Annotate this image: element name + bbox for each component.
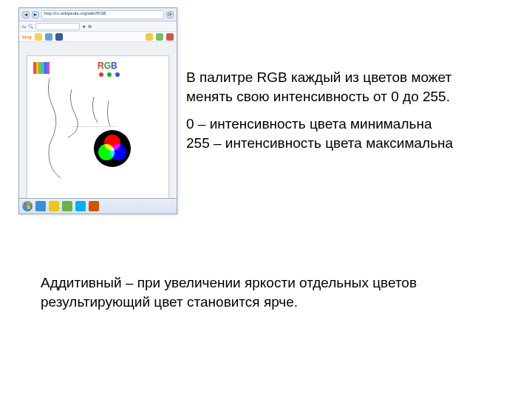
line-min: 0 – интенсивность цвета минимальна xyxy=(186,116,432,132)
svg-rect-1 xyxy=(27,202,30,205)
rgb-title: RGB xyxy=(98,61,117,71)
start-button[interactable] xyxy=(22,201,33,211)
rgb-dots xyxy=(99,72,120,77)
bookmark-icon-3[interactable] xyxy=(146,33,153,41)
browser-address-bar: ◄ ► http://ru.wikipedia.org/wiki/RGB ⟳ xyxy=(19,8,177,21)
bookmark-icon-4[interactable] xyxy=(156,33,163,41)
svg-rect-2 xyxy=(24,206,27,209)
paragraph-min-max: 0 – интенсивность цвета минимальна 255 –… xyxy=(186,115,460,152)
taskbar-skype-icon[interactable] xyxy=(75,201,86,211)
bookmark-icon-5[interactable] xyxy=(166,33,174,41)
taskbar-app-icon-1[interactable] xyxy=(62,201,72,211)
url-field[interactable]: http://ru.wikipedia.org/wiki/RGB xyxy=(41,10,164,19)
bookmark-fb-icon[interactable] xyxy=(55,33,63,41)
page-scribbles xyxy=(27,56,168,205)
rgb-stripes-icon xyxy=(33,62,50,74)
rgb-venn-bottom xyxy=(98,134,127,163)
browser-toolbar-1: ru 🔍 ★ ⚙ xyxy=(19,21,177,32)
bookmark-bing[interactable]: bing xyxy=(22,35,32,39)
rgb-title-b: B xyxy=(111,61,117,71)
divider-line xyxy=(72,126,116,127)
nav-back-button[interactable]: ◄ xyxy=(22,11,30,18)
rgb-title-g: G xyxy=(104,61,111,71)
toolbar-gear-icon[interactable]: ⚙ xyxy=(88,24,92,29)
browser-page-content: RGB xyxy=(27,55,169,206)
taskbar-app-icon-2[interactable] xyxy=(89,201,99,211)
bookmark-bar: bing xyxy=(19,32,177,42)
toolbar-ext-ru[interactable]: ru xyxy=(22,24,26,29)
svg-rect-0 xyxy=(24,202,27,205)
bottom-text-block: Аддитивный – при увеличении яркости отде… xyxy=(41,273,440,311)
windows-taskbar xyxy=(18,198,177,214)
line-max: 255 – интенсивность цвета максимальна xyxy=(186,135,453,151)
rgb-venn-top xyxy=(63,59,92,89)
toolbar-search-input[interactable] xyxy=(35,23,80,30)
paragraph-additive: Аддитивный – при увеличении яркости отде… xyxy=(41,273,440,311)
taskbar-ie-icon[interactable] xyxy=(35,201,46,211)
side-text-block: В палитре RGB каждый из цветов может мен… xyxy=(186,68,460,162)
toolbar-search-icon[interactable]: 🔍 xyxy=(28,24,33,29)
nav-fwd-button[interactable]: ► xyxy=(32,11,39,18)
bookmark-icon-1[interactable] xyxy=(35,33,42,41)
refresh-button[interactable]: ⟳ xyxy=(166,11,174,18)
browser-screenshot: ◄ ► http://ru.wikipedia.org/wiki/RGB ⟳ r… xyxy=(18,7,177,214)
paragraph-intensity-range: В палитре RGB каждый из цветов может мен… xyxy=(186,68,460,106)
bookmark-icon-2[interactable] xyxy=(45,33,52,41)
toolbar-star-icon[interactable]: ★ xyxy=(82,24,86,29)
taskbar-folder-icon[interactable] xyxy=(49,201,59,211)
rgb-title-r: R xyxy=(98,61,104,71)
svg-rect-3 xyxy=(27,206,30,209)
